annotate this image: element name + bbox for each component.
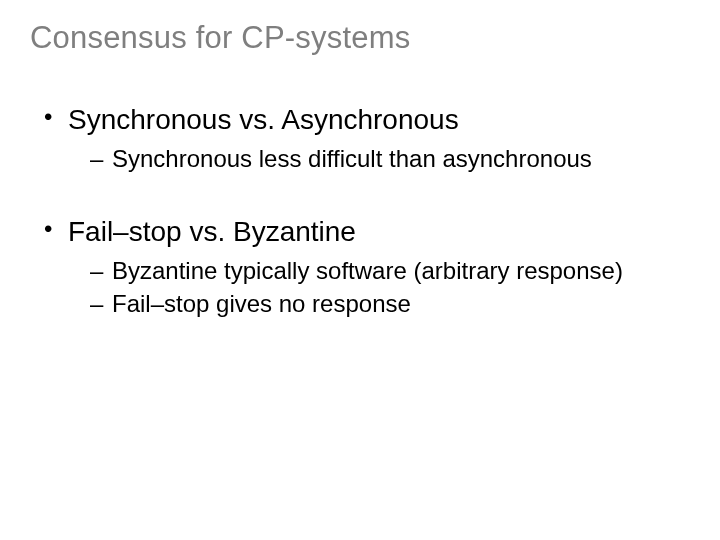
bullet-text: Fail–stop vs. Byzantine (68, 216, 356, 247)
sub-bullet-list: Synchronous less difficult than asynchro… (68, 143, 690, 174)
bullet-item: Fail–stop vs. Byzantine Byzantine typica… (44, 214, 690, 319)
bullet-text: Synchronous vs. Asynchronous (68, 104, 459, 135)
slide: Consensus for CP-systems Synchronous vs.… (0, 0, 720, 540)
bullet-list: Synchronous vs. Asynchronous Synchronous… (30, 102, 690, 320)
sub-bullet-text: Byzantine typically software (arbitrary … (112, 257, 623, 284)
sub-bullet-item: Byzantine typically software (arbitrary … (90, 255, 690, 286)
sub-bullet-text: Synchronous less difficult than asynchro… (112, 145, 592, 172)
slide-title: Consensus for CP-systems (30, 20, 690, 56)
bullet-item: Synchronous vs. Asynchronous Synchronous… (44, 102, 690, 174)
sub-bullet-item: Synchronous less difficult than asynchro… (90, 143, 690, 174)
sub-bullet-text: Fail–stop gives no response (112, 290, 411, 317)
sub-bullet-list: Byzantine typically software (arbitrary … (68, 255, 690, 319)
sub-bullet-item: Fail–stop gives no response (90, 288, 690, 319)
